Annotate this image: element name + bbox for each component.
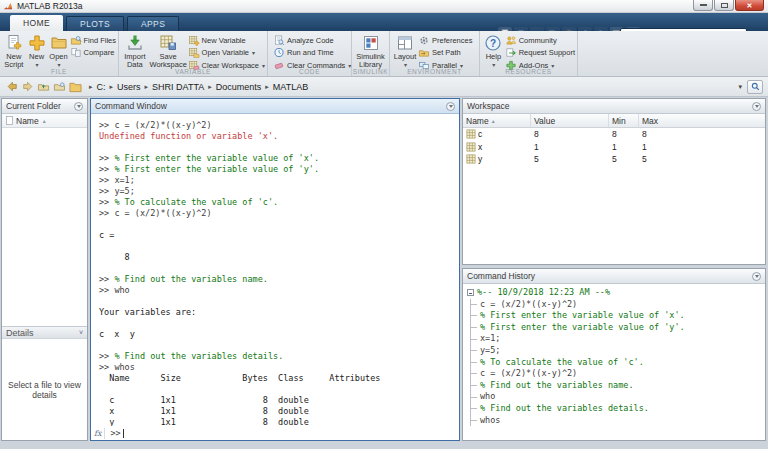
current-folder-file-list[interactable] — [2, 128, 87, 326]
details-bar[interactable]: Details ˅ — [2, 326, 87, 339]
set-path-button[interactable]: Set Path — [418, 48, 472, 58]
breadcrumb-segment-drive[interactable]: C: — [97, 82, 106, 92]
preferences-button[interactable]: Preferences — [418, 35, 472, 45]
history-item[interactable]: % To calculate the value of 'c'. — [471, 357, 765, 369]
history-item[interactable]: % First enter the variable value of 'x'. — [471, 310, 765, 322]
forward-button[interactable] — [21, 81, 34, 93]
up-one-level-button[interactable] — [37, 81, 50, 93]
simulink-library-button[interactable]: Simulink Library — [354, 32, 387, 69]
compare-icon — [70, 47, 82, 58]
history-item[interactable]: who — [471, 391, 765, 403]
maximize-icon — [721, 3, 728, 8]
import-data-button[interactable]: Import Data — [121, 32, 149, 69]
workspace-variable-row[interactable]: x 1 1 1 — [463, 141, 765, 154]
save-workspace-button[interactable]: Save Workspace — [149, 32, 188, 69]
layout-button[interactable]: Layout ▾ — [392, 32, 418, 69]
analyze-code-label: Analyze Code — [287, 36, 334, 45]
details-panel: Select a file to view details — [2, 339, 87, 440]
save-workspace-label: Save Workspace — [149, 53, 188, 69]
column-header-max[interactable]: Max — [639, 114, 765, 127]
column-header-min[interactable]: Min — [609, 114, 639, 127]
history-item[interactable]: % Find out the variables details. — [471, 403, 765, 415]
column-header-name[interactable]: Name▲ — [463, 114, 531, 127]
new-variable-icon — [188, 35, 200, 46]
history-item[interactable]: x=1; — [471, 333, 765, 345]
maximize-button[interactable] — [714, 0, 734, 11]
command-history-menu-button[interactable] — [752, 272, 761, 281]
history-item[interactable]: c = (x/2)*((x-y)^2) — [471, 299, 765, 311]
request-support-icon — [505, 47, 517, 58]
tab-home[interactable]: HOME — [10, 15, 63, 31]
breadcrumb-segment-users[interactable]: Users — [117, 82, 141, 92]
run-and-time-icon — [273, 47, 285, 58]
workspace-menu-button[interactable] — [752, 102, 761, 111]
help-button[interactable]: ? Help ▾ — [482, 32, 505, 69]
command-window-output[interactable]: >>c = (x/2)*((x-y)^2) Undefined function… — [91, 115, 459, 426]
run-and-time-button[interactable]: Run and Time — [273, 48, 351, 58]
new-variable-button[interactable]: New Variable — [188, 35, 265, 45]
matlab-logo-icon — [3, 1, 13, 11]
request-support-button[interactable]: Request Support — [505, 48, 575, 58]
new-button[interactable]: New ▾ — [26, 32, 48, 69]
history-item[interactable]: % First enter the variable value of 'y'. — [471, 322, 765, 334]
address-dropdown-icon[interactable]: ▾ — [738, 83, 742, 91]
simulink-library-label: Simulink Library — [354, 53, 387, 69]
history-item[interactable]: c = (x/2)*((x-y)^2) — [471, 368, 765, 380]
run-and-time-label: Run and Time — [287, 48, 334, 57]
matrix-icon — [466, 129, 476, 139]
tab-plots[interactable]: PLOTS — [66, 16, 124, 31]
variable-name: y — [478, 154, 482, 164]
console-line: who — [114, 285, 129, 295]
close-button[interactable]: ✕ — [735, 0, 764, 11]
find-files-button[interactable]: Find Files — [70, 35, 117, 45]
section-label-code: CODE — [268, 68, 351, 76]
minimize-button[interactable] — [693, 0, 713, 11]
console-line: Your variables are: — [99, 307, 196, 317]
command-window-menu-button[interactable] — [446, 102, 455, 111]
compare-button[interactable]: Compare — [70, 48, 117, 58]
toolstrip-tab-bar: HOME PLOTS APPS ✂ ↶ ↷ ? — [0, 13, 768, 31]
current-folder-menu-button[interactable] — [74, 102, 83, 111]
command-history-header: Command History — [463, 269, 765, 284]
current-folder-column-header[interactable]: Name ▲ — [2, 114, 87, 128]
function-browser-button[interactable]: fx — [93, 428, 105, 439]
toolstrip-ribbon: New Script New ▾ Open ▾ Find Files Compa… — [0, 31, 768, 77]
workspace-panel: Workspace Name▲ Value Min Max c 8 8 8 x … — [462, 98, 766, 265]
command-window-title: Command Window — [95, 101, 167, 111]
breadcrumb-segment-documents[interactable]: Documents — [216, 82, 262, 92]
analyze-code-button[interactable]: Analyze Code — [273, 35, 351, 45]
history-session-header[interactable]: %-- 10/9/2018 12:23 AM --% — [467, 287, 765, 299]
variable-value: 1 — [531, 142, 609, 152]
workspace-variable-row[interactable]: c 8 8 8 — [463, 128, 765, 141]
section-label-file: FILE — [0, 68, 118, 76]
new-label: New — [29, 53, 44, 61]
back-button[interactable] — [5, 81, 18, 93]
workspace-variable-row[interactable]: y 5 5 5 — [463, 153, 765, 166]
breadcrumb-segment-matlab[interactable]: MATLAB — [273, 82, 308, 92]
tab-apps[interactable]: APPS — [127, 16, 179, 31]
console-comment-line: % To calculate the value of 'c'. — [114, 197, 278, 207]
open-variable-button[interactable]: Open Variable ▾ — [188, 48, 265, 58]
workspace-title: Workspace — [467, 101, 509, 111]
open-button[interactable]: Open ▾ — [48, 32, 70, 69]
column-header-value[interactable]: Value — [531, 114, 609, 127]
sort-ascending-icon: ▲ — [491, 118, 496, 124]
console-line: x=1; — [114, 175, 134, 185]
breadcrumb-segment-user[interactable]: SHRI DATTA — [152, 82, 204, 92]
collapse-expander-icon[interactable] — [467, 289, 474, 296]
session-timestamp: %-- 10/9/2018 12:23 AM --% — [477, 287, 610, 299]
history-item[interactable]: % Find out the variables name. — [471, 380, 765, 392]
community-button[interactable]: Community — [505, 35, 575, 45]
new-script-button[interactable]: New Script — [2, 32, 26, 69]
ribbon-section-variable: Import Data Save Workspace New Variable … — [119, 31, 268, 76]
history-item[interactable]: whos — [471, 415, 765, 427]
browse-folder-button[interactable] — [53, 81, 66, 93]
command-window-panel: Command Window >>c = (x/2)*((x-y)^2) Und… — [90, 98, 460, 441]
help-circle-icon: ? — [484, 34, 502, 52]
current-folder-panel: Current Folder Name ▲ Details ˅ Select a… — [1, 98, 88, 441]
preferences-gear-icon — [418, 35, 430, 46]
open-variable-label: Open Variable — [202, 48, 249, 57]
folder-search-button[interactable] — [747, 80, 763, 94]
history-item[interactable]: y=5; — [471, 345, 765, 357]
command-prompt-row[interactable]: fx >> — [91, 426, 459, 440]
